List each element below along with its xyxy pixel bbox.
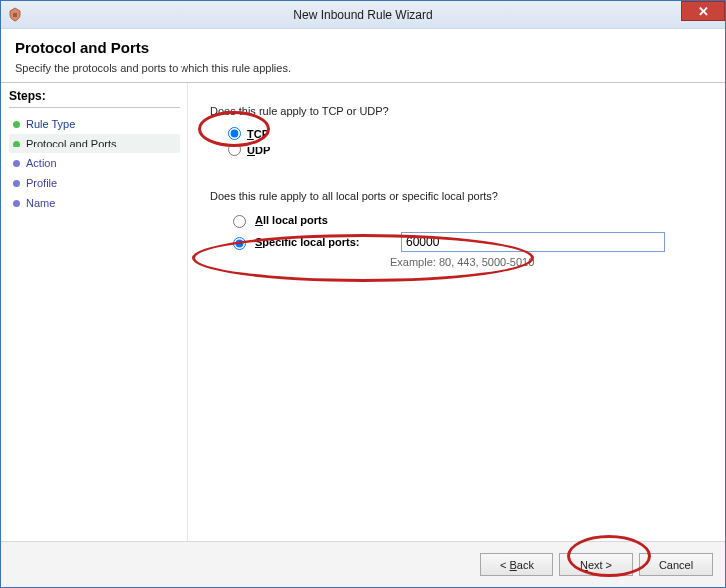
radio-all-ports-row[interactable]: All local ports xyxy=(228,212,703,228)
wizard-content: Does this rule apply to TCP or UDP? TCP … xyxy=(188,83,725,541)
radio-tcp-label: TCP xyxy=(247,128,269,140)
step-label: Protocol and Ports xyxy=(26,138,117,149)
bullet-icon xyxy=(13,200,20,207)
bullet-icon xyxy=(13,121,20,128)
next-button[interactable]: Next > xyxy=(559,553,633,576)
ports-example: Example: 80, 443, 5000-5010 xyxy=(390,256,703,268)
step-profile[interactable]: Profile xyxy=(9,173,180,193)
wizard-window: New Inbound Rule Wizard ✕ Protocol and P… xyxy=(0,0,726,588)
page-subtitle: Specify the protocols and ports to which… xyxy=(15,62,711,74)
steps-heading: Steps: xyxy=(9,89,180,108)
bullet-icon xyxy=(13,160,20,167)
titlebar: New Inbound Rule Wizard ✕ xyxy=(1,1,725,29)
radio-specific-ports-label: Specific local ports: xyxy=(255,236,395,248)
page-title: Protocol and Ports xyxy=(15,39,711,56)
close-button[interactable]: ✕ xyxy=(681,1,725,21)
radio-tcp[interactable] xyxy=(228,127,241,140)
bullet-icon xyxy=(13,180,20,187)
step-label: Rule Type xyxy=(26,118,75,130)
bullet-icon xyxy=(13,141,20,147)
app-icon xyxy=(7,7,23,23)
step-rule-type[interactable]: Rule Type xyxy=(9,114,180,134)
wizard-footer: < Back Next > Cancel xyxy=(1,541,725,587)
radio-specific-ports[interactable] xyxy=(233,237,246,250)
steps-sidebar: Steps: Rule Type Protocol and Ports Acti… xyxy=(1,83,188,541)
radio-udp-label: UDP xyxy=(247,145,270,156)
step-label: Action xyxy=(26,157,57,169)
radio-all-ports-label: All local ports xyxy=(255,214,395,226)
wizard-header: Protocol and Ports Specify the protocols… xyxy=(1,29,725,82)
radio-all-ports[interactable] xyxy=(233,215,246,228)
step-label: Name xyxy=(26,197,55,209)
back-button[interactable]: < Back xyxy=(480,553,553,576)
specific-ports-input[interactable] xyxy=(401,232,665,252)
protocol-question: Does this rule apply to TCP or UDP? xyxy=(210,105,703,117)
ports-question: Does this rule apply to all local ports … xyxy=(210,190,703,202)
radio-specific-ports-row[interactable]: Specific local ports: xyxy=(228,232,703,252)
radio-tcp-row[interactable]: TCP xyxy=(228,127,703,140)
radio-udp[interactable] xyxy=(228,144,241,156)
cancel-button[interactable]: Cancel xyxy=(639,553,713,576)
step-action[interactable]: Action xyxy=(9,153,180,173)
svg-rect-0 xyxy=(13,13,17,17)
step-label: Profile xyxy=(26,177,57,189)
step-protocol-and-ports[interactable]: Protocol and Ports xyxy=(9,134,180,153)
close-icon: ✕ xyxy=(698,4,709,19)
step-name[interactable]: Name xyxy=(9,193,180,213)
window-title: New Inbound Rule Wizard xyxy=(293,8,432,22)
wizard-body: Steps: Rule Type Protocol and Ports Acti… xyxy=(1,83,725,541)
radio-udp-row[interactable]: UDP xyxy=(228,144,703,156)
